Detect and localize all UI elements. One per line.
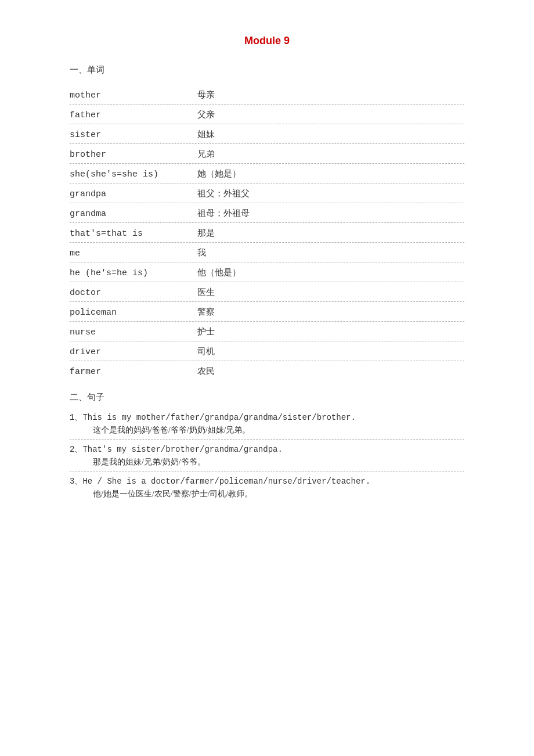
vocab-english: father xyxy=(70,110,197,120)
vocab-item: he (he's=he is)他（他是） xyxy=(70,262,464,282)
vocab-item: policeman警察 xyxy=(70,302,464,322)
vocab-item: mother母亲 xyxy=(70,85,464,105)
sentence-section: 二、句子 1、This is my mother/father/grandpa/… xyxy=(70,392,464,503)
vocab-item: me我 xyxy=(70,243,464,262)
sentence-item: 2、That's my sister/brother/grandma/grand… xyxy=(70,444,464,471)
sentence-item: 1、This is my mother/father/grandpa/grand… xyxy=(70,412,464,440)
vocab-english: grandma xyxy=(70,209,197,219)
vocab-item: nurse护士 xyxy=(70,322,464,341)
sentence-chinese: 这个是我的妈妈/爸爸/爷爷/奶奶/姐妹/兄弟。 xyxy=(70,425,464,435)
vocab-chinese: 司机 xyxy=(197,346,215,357)
vocab-heading: 一、单词 xyxy=(70,64,464,75)
sentence-item: 3、He / She is a doctor/farmer/policeman/… xyxy=(70,476,464,503)
vocab-english: she(she's=she is) xyxy=(70,170,197,179)
vocab-english: policeman xyxy=(70,308,197,318)
vocab-chinese: 那是 xyxy=(197,228,215,239)
vocab-english: that's=that is xyxy=(70,229,197,239)
vocab-chinese: 他（他是） xyxy=(197,267,241,278)
vocab-chinese: 姐妹 xyxy=(197,129,215,140)
vocab-chinese: 护士 xyxy=(197,326,215,337)
vocab-section: 一、单词 mother母亲father父亲sister姐妹brother兄弟sh… xyxy=(70,64,464,380)
vocab-item: brother兄弟 xyxy=(70,144,464,164)
vocab-item: she(she's=she is)她（她是） xyxy=(70,164,464,183)
sentence-chinese: 他/她是一位医生/农民/警察/护士/司机/教师。 xyxy=(70,489,464,499)
vocab-item: driver司机 xyxy=(70,341,464,361)
vocab-english: brother xyxy=(70,150,197,160)
vocab-chinese: 祖父；外祖父 xyxy=(197,188,250,199)
vocab-english: driver xyxy=(70,347,197,357)
vocab-english: mother xyxy=(70,91,197,100)
sentence-list: 1、This is my mother/father/grandpa/grand… xyxy=(70,412,464,503)
vocab-chinese: 警察 xyxy=(197,307,215,318)
sentence-english: 1、This is my mother/father/grandpa/grand… xyxy=(70,412,464,423)
vocab-english: me xyxy=(70,249,197,258)
vocab-item: sister姐妹 xyxy=(70,124,464,144)
vocab-chinese: 我 xyxy=(197,247,206,258)
vocab-chinese: 医生 xyxy=(197,287,215,298)
vocab-item: farmer农民 xyxy=(70,361,464,380)
sentence-heading: 二、句子 xyxy=(70,392,464,403)
vocab-english: grandpa xyxy=(70,189,197,199)
vocab-chinese: 她（她是） xyxy=(197,168,241,179)
vocab-english: sister xyxy=(70,130,197,140)
vocab-english: he (he's=he is) xyxy=(70,268,197,278)
sentence-chinese: 那是我的姐妹/兄弟/奶奶/爷爷。 xyxy=(70,457,464,467)
sentence-english: 3、He / She is a doctor/farmer/policeman/… xyxy=(70,476,464,487)
vocab-chinese: 祖母；外祖母 xyxy=(197,208,250,219)
sentence-english: 2、That's my sister/brother/grandma/grand… xyxy=(70,444,464,455)
vocab-item: doctor医生 xyxy=(70,282,464,302)
vocab-item: that's=that is那是 xyxy=(70,223,464,243)
vocab-chinese: 农民 xyxy=(197,366,215,377)
vocab-list: mother母亲father父亲sister姐妹brother兄弟she(she… xyxy=(70,85,464,380)
vocab-chinese: 兄弟 xyxy=(197,149,215,160)
page-title: Module 9 xyxy=(70,35,464,47)
vocab-english: nurse xyxy=(70,327,197,337)
vocab-item: father父亲 xyxy=(70,105,464,124)
vocab-item: grandpa祖父；外祖父 xyxy=(70,183,464,203)
vocab-item: grandma祖母；外祖母 xyxy=(70,203,464,223)
vocab-english: farmer xyxy=(70,367,197,377)
vocab-chinese: 父亲 xyxy=(197,109,215,120)
vocab-chinese: 母亲 xyxy=(197,89,215,100)
vocab-english: doctor xyxy=(70,288,197,298)
